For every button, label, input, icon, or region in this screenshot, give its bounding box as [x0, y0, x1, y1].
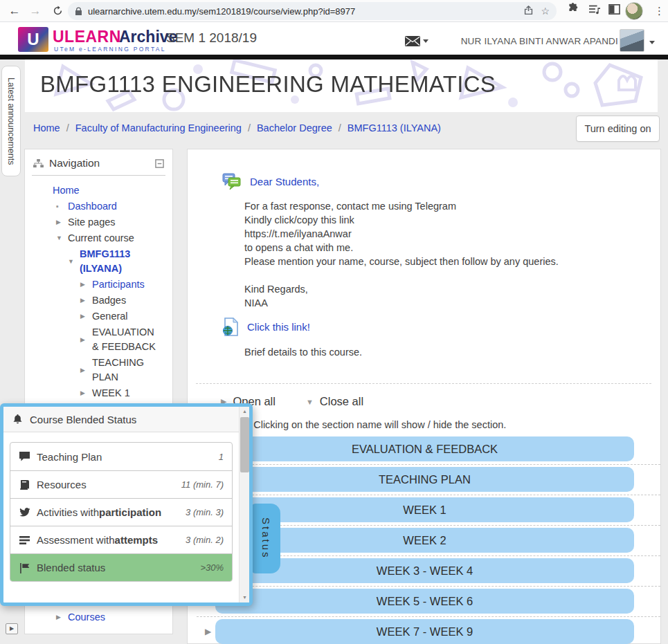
user-menu-caret-icon[interactable]: [649, 41, 655, 44]
share-icon[interactable]: [523, 5, 534, 17]
row-value: >30%: [200, 562, 224, 573]
address-bar[interactable]: ulearnarchive.utem.edu.my/sem1201819/cou…: [68, 2, 557, 20]
breadcrumb-degree[interactable]: Bachelor Degree: [257, 122, 332, 134]
breadcrumb-separator: /: [338, 122, 341, 134]
sitemap-icon: [33, 159, 44, 168]
user-name: NUR ILYANA BINTI ANWAR APANDI: [461, 36, 618, 46]
row-teaching-plan: Teaching Plan 1: [10, 443, 232, 470]
collapse-triangle-icon[interactable]: ▼: [56, 231, 68, 246]
dock-tab-label: Latest announcements: [6, 77, 16, 165]
course-banner: BMFG1113 ENGINEERING MATHEMATICS: [25, 59, 658, 112]
section-week-7-9[interactable]: WEEK 7 - WEEK 9: [215, 619, 634, 644]
section-row: ▶WEEK 5 - WEEK 6: [197, 589, 660, 614]
url-link-click-this-link[interactable]: Click this link!: [247, 321, 310, 333]
popup-scrollbar[interactable]: ▲ ▼: [239, 407, 249, 602]
scrollbar-thumb[interactable]: [240, 417, 249, 472]
expand-triangle-icon[interactable]: ▶: [56, 215, 68, 230]
blended-status-tab[interactable]: Status: [251, 504, 280, 573]
ulearn-logo-subtitle: UTeM e-LEARNING PORTAL: [54, 46, 166, 53]
nav-item-courses[interactable]: ▶Courses: [25, 610, 172, 625]
browser-menu-icon[interactable]: ⋮: [654, 2, 665, 20]
status-tab-label: Status: [260, 517, 272, 560]
expand-triangle-icon[interactable]: ▶: [56, 610, 68, 625]
forum-announcement-row: Dear Students,: [222, 173, 319, 190]
blended-status-list: Teaching Plan 1 Resources 11 (min. 7) Ac…: [10, 442, 233, 582]
nav-item-dashboard[interactable]: ▪Dashboard: [25, 199, 163, 214]
page: ← → ulearnarchive.utem.edu.my/sem1201819…: [0, 0, 668, 644]
section-row: ▶WEEK 7 - WEEK 9: [197, 619, 660, 644]
url-text: ulearnarchive.utem.edu.my/sem1201819/cou…: [88, 6, 516, 17]
expand-triangle-icon[interactable]: ▶: [80, 277, 92, 292]
message-line: Kind Regards,: [244, 284, 559, 297]
nav-item-week-1[interactable]: ▶WEEK 1: [25, 386, 163, 401]
brief-details-text: Brief details to this course.: [244, 347, 362, 358]
course-title: BMFG1113 ENGINEERING MATHEMATICS: [40, 71, 496, 98]
section-week-5-6[interactable]: WEEK 5 - WEEK 6: [215, 589, 634, 614]
nav-item-participants[interactable]: ▶Participants: [25, 277, 163, 292]
section-teaching-plan[interactable]: TEACHING PLAN: [215, 467, 634, 492]
nav-item-course-bmfg1113[interactable]: ▼BMFG1113 (ILYANA): [25, 247, 163, 276]
close-all-button[interactable]: ▼Close all: [306, 395, 363, 408]
nav-item-teaching-plan[interactable]: ▶TEACHING PLAN: [25, 356, 163, 385]
message-line: to opens a chat with me.: [244, 242, 559, 256]
row-assessment: Assessment with attempts 3 (min. 2): [10, 526, 232, 553]
nav-item-current-course[interactable]: ▼Current course: [25, 231, 163, 246]
side-panel-icon[interactable]: [606, 3, 622, 19]
expand-triangle-icon[interactable]: ▶: [80, 386, 92, 401]
expand-triangle-icon[interactable]: ▶: [80, 333, 92, 347]
message-line: For a fast response, contact me using Te…: [244, 201, 559, 214]
collapse-triangle-icon[interactable]: ▼: [68, 255, 80, 269]
browser-reload-icon[interactable]: [48, 2, 66, 20]
header-divider-bar: [0, 55, 668, 59]
row-blended-status: Blended status >30%: [10, 553, 232, 581]
nav-item-evaluation-feedback[interactable]: ▶EVALUATION & FEEDBACK: [25, 325, 163, 354]
course-blended-status-popup: Course Blended Status Teaching Plan 1 Re…: [0, 403, 253, 606]
message-line: NIAA: [244, 297, 559, 311]
ulearn-logo-text[interactable]: ULEARN: [53, 28, 121, 46]
breadcrumb-course[interactable]: BMFG1113 (ILYANA): [347, 122, 441, 134]
scroll-up-icon[interactable]: ▲: [240, 407, 250, 416]
breadcrumb-faculty[interactable]: Faculty of Manufacturing Engineering: [75, 122, 242, 134]
browser-profile-avatar[interactable]: [625, 2, 643, 20]
message-line: Please mention your name, course, subjec…: [244, 256, 559, 270]
media-controls-icon[interactable]: [586, 3, 603, 19]
site-header: U ULEARN Archive UTeM e-LEARNING PORTAL …: [0, 22, 668, 55]
expand-triangle-icon[interactable]: ▶: [80, 293, 92, 308]
section-row: ▶TEACHING PLAN: [197, 467, 660, 492]
scroll-down-icon[interactable]: ▼: [240, 593, 250, 602]
dock-restore-icon[interactable]: ▶: [6, 623, 18, 634]
row-value: 1: [219, 452, 224, 462]
forum-link-dear-students[interactable]: Dear Students,: [250, 176, 319, 187]
browser-toolbar: ← → ulearnarchive.utem.edu.my/sem1201819…: [0, 0, 668, 22]
navigation-block-title: Navigation: [49, 157, 155, 169]
nav-item-general[interactable]: ▶General: [25, 309, 163, 324]
user-avatar[interactable]: [620, 29, 644, 52]
expand-triangle-icon[interactable]: ▶: [80, 309, 92, 324]
breadcrumb-home[interactable]: Home: [33, 122, 60, 134]
nav-item-home[interactable]: Home: [25, 183, 163, 198]
flag-icon: [19, 562, 30, 573]
navigation-block-header: Navigation: [25, 149, 172, 175]
dock-latest-announcements-tab[interactable]: Latest announcements: [1, 66, 21, 176]
semester-label: SEM 1 2018/19: [166, 30, 257, 46]
section-divider: [196, 383, 651, 384]
extensions-puzzle-icon[interactable]: [564, 3, 581, 19]
message-line-telegram-url: https://t.me/ilyanaAnwar: [244, 228, 559, 242]
expand-triangle-icon[interactable]: ▶: [80, 363, 92, 378]
ulearn-logo-mark[interactable]: U: [18, 27, 48, 52]
browser-forward-icon[interactable]: →: [26, 2, 44, 20]
collapse-block-icon[interactable]: [155, 159, 164, 168]
twitter-bird-icon: [19, 507, 30, 518]
bookmark-star-icon[interactable]: ☆: [541, 6, 550, 17]
url-resource-icon: [222, 318, 239, 336]
nav-item-site-pages[interactable]: ▶Site pages: [25, 215, 163, 230]
bullet-icon: ▪: [56, 199, 68, 214]
browser-back-icon[interactable]: ←: [6, 2, 24, 20]
breadcrumb-separator: /: [66, 122, 69, 134]
section-evaluation-feedback[interactable]: EVALUATION & FEEDBACK: [215, 436, 634, 461]
section-toggle-icon[interactable]: ▶: [205, 627, 211, 636]
messages-envelope-icon[interactable]: [405, 35, 428, 47]
turn-editing-on-button[interactable]: Turn editing on: [576, 116, 660, 142]
popup-header: Course Blended Status: [3, 407, 239, 432]
nav-item-badges[interactable]: ▶Badges: [25, 293, 163, 308]
